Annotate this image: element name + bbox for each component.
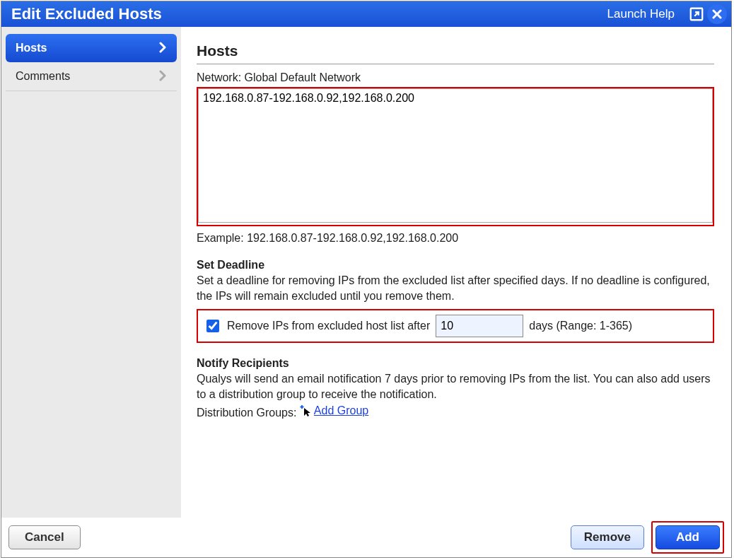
sidebar-item-label: Hosts	[16, 42, 47, 54]
dialog-title: Edit Excluded Hosts	[11, 5, 162, 23]
section-heading-hosts: Hosts	[197, 42, 714, 64]
notify-heading: Notify Recipients	[197, 357, 714, 370]
distribution-groups-row: Distribution Groups: Add Group	[197, 403, 714, 420]
popout-icon[interactable]	[687, 5, 706, 23]
dialog-footer: Cancel Remove Add	[1, 518, 731, 557]
remove-ips-label-before: Remove IPs from excluded host list after	[227, 320, 430, 332]
add-button-highlight: Add	[651, 521, 724, 554]
titlebar: Edit Excluded Hosts Launch Help	[1, 1, 731, 27]
notify-description: Qualys will send an email notification 7…	[197, 371, 714, 402]
hosts-textarea[interactable]	[198, 88, 713, 223]
sidebar: Hosts Comments	[1, 27, 181, 518]
remove-ips-checkbox[interactable]	[206, 320, 219, 332]
remove-button[interactable]: Remove	[571, 525, 644, 549]
sidebar-item-hosts[interactable]: Hosts	[6, 34, 177, 62]
chevron-right-icon	[158, 69, 167, 85]
days-input[interactable]	[436, 315, 523, 337]
dialog-body: Hosts Comments Hosts Network: Global Def…	[1, 27, 731, 518]
distribution-groups-label: Distribution Groups:	[197, 407, 296, 419]
set-deadline-description: Set a deadline for removing IPs from the…	[197, 273, 714, 303]
add-cursor-icon	[300, 405, 311, 416]
add-button[interactable]: Add	[656, 525, 720, 549]
remove-ips-label-after: days (Range: 1-365)	[529, 320, 632, 332]
add-group-link[interactable]: Add Group	[314, 403, 368, 419]
close-icon[interactable]	[707, 4, 727, 24]
edit-excluded-hosts-dialog: Edit Excluded Hosts Launch Help Hosts	[1, 1, 732, 558]
sidebar-item-comments[interactable]: Comments	[6, 62, 177, 91]
hosts-textarea-highlight	[197, 87, 714, 226]
deadline-row-highlight: Remove IPs from excluded host list after…	[197, 309, 714, 343]
network-label: Network: Global Default Network	[197, 71, 714, 84]
hosts-example-text: Example: 192.168.0.87-192.168.0.92,192.1…	[197, 232, 714, 245]
set-deadline-heading: Set Deadline	[197, 259, 714, 272]
sidebar-item-label: Comments	[16, 70, 70, 83]
chevron-right-icon	[158, 40, 167, 57]
main-panel: Hosts Network: Global Default Network Ex…	[181, 27, 731, 518]
cancel-button[interactable]: Cancel	[8, 525, 81, 549]
launch-help-link[interactable]: Launch Help	[607, 7, 675, 21]
